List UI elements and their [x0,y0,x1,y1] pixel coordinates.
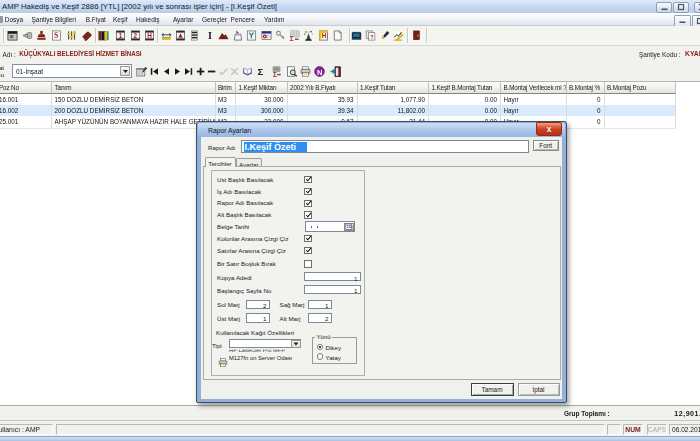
column-header[interactable]: B.Montaj Pozu [605,82,677,94]
bottom-margin-input[interactable]: 2 [308,313,332,323]
checkbox-5[interactable] [304,235,312,243]
sigma-grid-button[interactable]: Σ [289,30,300,41]
ink-button[interactable] [232,30,243,41]
prev-button[interactable] [161,66,172,77]
key-button[interactable] [275,30,286,41]
laptop-button[interactable] [351,30,362,41]
blank-page-button[interactable] [332,30,343,41]
sliders-button[interactable] [66,30,77,41]
copy-button[interactable]: ? [365,30,376,41]
pen-button[interactable] [380,30,391,41]
mdi-minimize-button[interactable] [674,15,691,27]
n-circle-button[interactable]: N [314,66,325,77]
copies-input[interactable]: 1 [304,272,361,281]
column-header[interactable]: B.Montaj % [567,82,605,94]
menu-ke-if[interactable]: Keşif [113,16,127,23]
books-button[interactable] [98,30,109,41]
group-combobox[interactable]: 01-İnşaat [12,64,132,78]
checkbox-1[interactable] [304,176,312,184]
window-button[interactable] [7,30,18,41]
minus-button[interactable] [206,66,217,77]
top-margin-input[interactable]: 1 [246,313,270,323]
preview-button[interactable] [286,66,297,77]
left-margin-input[interactable]: 2 [246,300,270,310]
column-header[interactable]: 1.Keşif Tutarı [358,82,430,94]
zebra-button[interactable] [189,30,200,41]
menu-b-fiyat[interactable]: B.Fiyat [86,16,106,23]
mountain-button[interactable] [218,30,229,41]
next-button[interactable] [172,66,183,77]
printer-button[interactable] [300,66,311,77]
plug-button[interactable] [22,30,33,41]
first-button[interactable] [149,66,160,77]
restore-button[interactable] [673,2,689,14]
menu-ayarlar[interactable]: Ayarlar [173,16,193,23]
radio-dikey[interactable] [317,344,324,351]
checkbox-3[interactable] [304,200,312,208]
page-h2-button[interactable]: H [318,30,329,41]
cross-button[interactable] [229,66,240,77]
column-header[interactable]: B.Montaj Verilecek mi ? [501,82,567,94]
table-row[interactable]: 16.001150 DOZLU DEMİRSİZ BETONM330.00035… [0,94,676,105]
column-header[interactable]: Birim [216,82,237,94]
chart-pencil-icon [393,30,404,41]
menu-dosya[interactable]: Dosya [5,16,23,23]
table-row[interactable]: 16.002200 DOZLU DEMİRSİZ BETONM3300.0003… [0,105,676,116]
menu-yard-m[interactable]: Yardım [264,16,284,23]
paper-type-combobox[interactable] [229,339,301,349]
column-header[interactable]: 1.Keşif B.Montaj Tutarı [429,82,501,94]
start-page-input[interactable]: 1 [304,285,361,294]
menu-pencere[interactable]: Pencere [231,16,255,23]
menu-gere-ler[interactable]: Gereçler [202,16,227,23]
checkbox-4[interactable] [304,211,312,219]
page-a-button[interactable] [175,30,186,41]
mdi-restore-button[interactable] [692,15,700,27]
dialog-titlebar[interactable]: Rapor Ayarları [198,123,565,137]
table-edit-button[interactable] [136,66,147,77]
column-header[interactable]: 1.Keşif Miktarı [236,82,288,94]
filter-button[interactable]: Σ [271,66,282,77]
font-button[interactable]: Font [533,140,559,151]
video-button[interactable] [261,30,272,41]
page-1-button[interactable]: 1 [115,30,126,41]
radio-yatay[interactable] [317,353,324,360]
close-button[interactable] [694,2,700,14]
checkbox-7[interactable] [304,260,312,268]
check-button[interactable] [218,66,229,77]
exit-button[interactable] [330,66,341,77]
checkbox-2[interactable] [304,188,312,196]
tab-tercihler[interactable]: Tercihler [205,157,236,168]
date-input[interactable]: 15 [305,221,356,232]
column-header[interactable]: Poz No [0,82,52,94]
column-header[interactable]: Tanım [52,82,216,94]
open-book-button[interactable] [242,66,253,77]
paper-type-dropdown-button[interactable] [291,340,301,348]
ibeam-button[interactable]: I [205,30,216,41]
book-button[interactable] [81,30,92,41]
group-combobox-dropdown-button[interactable] [120,66,130,76]
column-header[interactable]: 2002 Yılı B.Fiyatı [288,82,358,94]
ok-button[interactable]: Tamam [471,383,514,397]
wizard-button[interactable] [303,30,314,41]
page-h-button[interactable]: H [144,30,155,41]
percent-page-button[interactable]: S [51,30,62,41]
page-y-button[interactable] [246,30,257,41]
sigma-button[interactable]: Σ [256,66,267,77]
window-bottom-border [0,436,700,441]
ruler-button[interactable] [161,30,172,41]
chart-pencil-button[interactable] [393,30,404,41]
menu--antiye-bilgileri[interactable]: Şantiye Bilgileri [32,16,76,23]
last-button[interactable] [183,66,194,77]
minimize-button[interactable] [656,2,672,14]
plus-button[interactable] [195,66,206,77]
stamp-button[interactable] [36,30,47,41]
menu-hakedi-[interactable]: Hakediş [136,16,159,23]
cancel-button[interactable]: İptal [518,383,560,397]
right-margin-input[interactable]: 1 [308,300,332,310]
door-button[interactable] [411,30,422,41]
date-picker-button[interactable]: 15 [344,223,354,231]
checkbox-6[interactable] [304,247,312,255]
dialog-close-button[interactable]: x [536,122,562,136]
report-name-input[interactable]: I.Keşif Özeti [241,140,529,153]
page-2-button[interactable]: 2 [130,30,141,41]
